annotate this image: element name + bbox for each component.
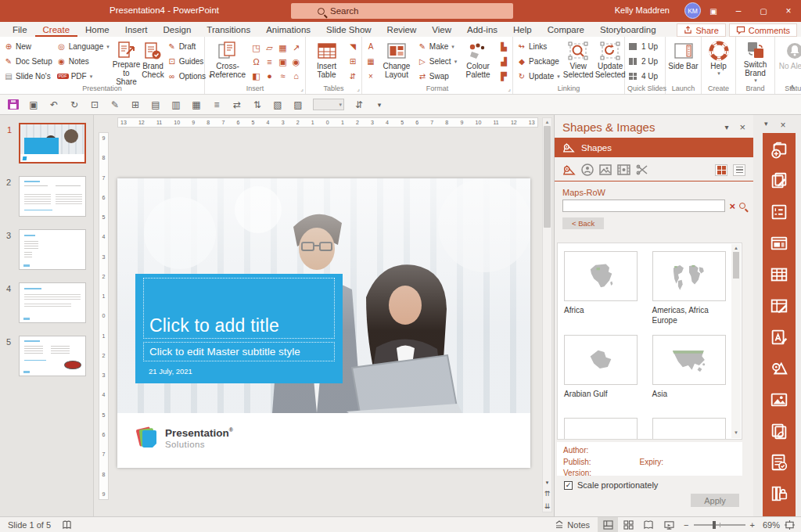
insert-grid-icon[interactable]: ● — [265, 72, 275, 81]
results-scrollbar[interactable]: ▲ ▼ — [731, 244, 741, 438]
one-up-button[interactable]: 1 Up — [627, 40, 659, 53]
slide-nos-button[interactable]: ▤Slide No's — [2, 70, 54, 83]
zoom-slider[interactable] — [694, 524, 745, 526]
next-slide-icon[interactable]: ⇊ — [544, 502, 551, 510]
tables-tool-button[interactable]: ◥ — [347, 40, 359, 53]
send-backward-icon[interactable]: ▨ — [289, 99, 307, 110]
toolbar-overflow-icon[interactable]: ▾ — [371, 101, 388, 109]
storyboard-tab-icon[interactable] — [617, 164, 630, 175]
apply-button[interactable]: Apply — [691, 494, 739, 507]
cross-reference-button[interactable]: Cross-Reference — [207, 39, 248, 84]
insert-table-button[interactable]: Insert Table — [308, 39, 345, 84]
slide-indicator[interactable]: Slide 1 of 5 — [8, 520, 51, 530]
search-shapes-icon[interactable] — [739, 203, 745, 209]
sidebar-item-layouts[interactable] — [766, 230, 792, 256]
help-button[interactable]: Help▾ — [704, 39, 733, 84]
insert-grid-icon[interactable]: Ω — [252, 58, 261, 66]
pane-menu-icon[interactable]: ▾ — [724, 123, 728, 131]
tools-tab-icon[interactable] — [636, 164, 648, 175]
ribbon-tab[interactable]: Compare — [540, 23, 592, 37]
close-button[interactable]: × — [776, 0, 801, 22]
map-item-americas-africa-europe[interactable]: Americas, Africa Europe — [652, 251, 730, 325]
dialog-launcher-icon[interactable]: ⌟ — [357, 86, 360, 92]
insert-grid-icon[interactable]: ≡ — [265, 58, 275, 66]
notes-toggle[interactable]: Notes — [547, 520, 598, 530]
search-box[interactable]: Search — [291, 3, 513, 19]
shape-search-input[interactable] — [562, 200, 725, 212]
horizontal-ruler[interactable]: 13121110987654321012345678910111213 — [117, 117, 538, 128]
slide-thumbnail-5[interactable]: 5 — [19, 336, 86, 376]
images-tab-icon[interactable] — [599, 164, 612, 175]
crop-icon[interactable]: ⊡ — [86, 99, 103, 110]
subtitle-placeholder[interactable]: Click to edit Master subtitle style — [143, 342, 335, 361]
sidebar-item-edit-table[interactable] — [766, 293, 792, 318]
people-tab-icon[interactable] — [581, 164, 594, 176]
view-selected-button[interactable]: View Selected — [563, 39, 594, 84]
slide-thumbnail-1[interactable]: 1 — [19, 123, 86, 164]
scrollbar-thumb[interactable] — [733, 252, 739, 279]
sidebar-item-images[interactable] — [766, 386, 792, 412]
switch-brand-button[interactable]: Switch Brand▾ — [738, 39, 772, 84]
scroll-up-icon[interactable]: ▲ — [734, 244, 738, 252]
reorder-icon[interactable]: ⇵ — [350, 99, 368, 110]
slide-thumbnail-3[interactable]: 3 — [19, 229, 86, 270]
dialog-launcher-icon[interactable]: ⌟ — [300, 86, 304, 92]
tables-tool-button[interactable]: ⊞ — [347, 55, 359, 68]
ribbon-tab[interactable]: Review — [379, 23, 425, 37]
list-view-button[interactable] — [733, 164, 745, 176]
redo-icon[interactable]: ↻ — [66, 99, 83, 110]
share-button[interactable]: Share — [677, 23, 725, 37]
select-button[interactable]: ▷Select▾ — [416, 55, 458, 68]
collapse-ribbon-icon[interactable]: ∧ — [789, 83, 795, 91]
sidebar-close-icon[interactable]: × — [781, 120, 786, 131]
vertical-ruler[interactable]: 9876543210123456789 — [99, 132, 109, 500]
ribbon-tab[interactable]: File — [5, 23, 35, 37]
scale-proportionately-option[interactable]: ✓ Scale proportionately — [564, 480, 658, 490]
links-button[interactable]: ↬Links — [515, 40, 562, 53]
side-bar-button[interactable]: Side Bar — [668, 39, 699, 84]
maximize-button[interactable]: ▢ — [751, 0, 776, 22]
ribbon-tab[interactable]: Insert — [117, 23, 156, 37]
shapes-tab-icon[interactable] — [562, 164, 576, 176]
slide-canvas[interactable]: Click to add title Click to edit Master … — [117, 178, 530, 468]
doc-setup-button[interactable]: ✎Doc Setup — [2, 55, 54, 68]
sidebar-item-brand-library[interactable] — [766, 480, 792, 506]
map-item-partial[interactable] — [564, 418, 641, 440]
insert-grid-icon[interactable]: ◉ — [292, 58, 301, 66]
update-selected-button[interactable]: Update Selected — [595, 39, 626, 84]
new-button[interactable]: ⊕New — [2, 40, 54, 53]
zoom-slider-thumb[interactable] — [713, 521, 716, 529]
zoom-out-icon[interactable]: − — [684, 520, 688, 530]
ribbon-tab[interactable]: View — [424, 23, 459, 37]
swap-button[interactable]: ⇄Swap — [416, 70, 458, 83]
tables-tool-button[interactable]: ⇵ — [347, 70, 359, 83]
insert-chart-icon[interactable]: ⊞ — [127, 99, 144, 110]
align-right-icon[interactable]: ▦ — [188, 99, 205, 110]
ribbon-tab[interactable]: Transitions — [199, 23, 258, 37]
scroll-up-icon[interactable]: ▲ — [545, 118, 550, 126]
shapes-section-banner[interactable]: Shapes — [555, 138, 753, 157]
brand-check-button[interactable]: Brand Check — [142, 39, 163, 84]
align-center-icon[interactable]: ▥ — [167, 99, 185, 110]
scroll-down-icon[interactable]: ▼ — [545, 480, 550, 485]
notes-button[interactable]: ◉Notes — [56, 55, 111, 68]
pdf-button[interactable]: PDFPDF▾ — [56, 70, 111, 83]
slideshow-view-button[interactable] — [659, 517, 679, 532]
map-item-africa[interactable]: Africa — [564, 251, 641, 325]
distribute-horizontal-icon[interactable]: ⇄ — [228, 99, 246, 110]
slide-sorter-view-button[interactable] — [618, 517, 638, 532]
reading-view-button[interactable] — [638, 517, 659, 532]
ribbon-tab[interactable]: Slide Show — [318, 23, 379, 37]
user-name[interactable]: Kelly Maddren — [615, 5, 670, 15]
prepare-to-share-button[interactable]: Prepare to Share — [113, 39, 141, 84]
pane-close-icon[interactable]: × — [739, 121, 745, 133]
zoom-level[interactable]: 69% — [763, 520, 780, 530]
map-item-arabian-gulf[interactable]: Arabian Gulf — [564, 335, 641, 408]
colour-palette-button[interactable]: Colour Palette — [460, 39, 496, 84]
fit-slide-icon[interactable] — [785, 520, 795, 530]
sidebar-item-numbered-list[interactable] — [766, 199, 792, 225]
comments-button[interactable]: Comments — [729, 23, 797, 37]
previous-slide-icon[interactable]: ⇈ — [544, 490, 551, 498]
editor-scrollbar[interactable]: ▲ ▼ ⇈ ⇊ — [542, 117, 552, 512]
chart-tool-button[interactable]: ▙ — [497, 40, 510, 53]
